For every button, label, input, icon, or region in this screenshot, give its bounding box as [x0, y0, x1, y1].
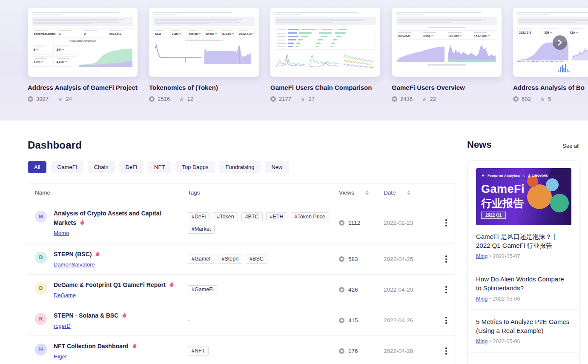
tag-chip[interactable]: #Token	[213, 212, 238, 221]
stars-count: 24	[66, 96, 72, 102]
see-all-link[interactable]: See all	[562, 143, 579, 149]
table-row[interactable]: D DeGame & Footprint Q1 GameFi Report De…	[28, 275, 456, 305]
filter-tabs: All GameFi Chain DeFi NFT Top Dapps Fund…	[28, 161, 456, 173]
dashboard-title-link[interactable]: STEPN - Solana & BSC	[54, 312, 118, 319]
star-icon: ★	[422, 96, 427, 102]
news-author-link[interactable]: Ming	[476, 296, 488, 302]
thumb-line-chart	[275, 52, 306, 70]
featured-card-1[interactable]: decentral-games 3 2 2022-5-2 Users Stats…	[28, 8, 138, 102]
author-link[interactable]: rogerD	[54, 323, 71, 329]
tag-chip[interactable]: #Token Price	[291, 212, 329, 221]
kpi-value: decentral-games	[34, 32, 56, 35]
featured-card-title[interactable]: GameFi Users Chain Comparison	[270, 84, 380, 91]
news-title: News	[467, 139, 491, 150]
featured-card-stats: 2177 ★ 27	[270, 96, 380, 102]
news-item-meta: Ming•2022-05-07	[476, 253, 571, 259]
thumb-note-panel	[32, 17, 133, 26]
dashboard-title-link[interactable]: Analysis of Crypto Assets and Capital Ma…	[54, 210, 161, 226]
table-row[interactable]: D STEPN (BSC) DamonSalvatore #Gamef #Ste…	[28, 244, 456, 275]
news-item[interactable]: 5 Metrics to Analyze P2E Games (Using a …	[468, 310, 579, 353]
tag-chip[interactable]: #BSC	[246, 255, 267, 264]
news-item[interactable]: What Is So Innovative About Crazy	[468, 353, 579, 364]
row-menu-button[interactable]	[444, 346, 449, 356]
tab-new[interactable]: New	[265, 161, 289, 173]
row-menu-button[interactable]	[444, 315, 449, 326]
tab-all[interactable]: All	[28, 161, 46, 173]
dashboard-title-link[interactable]: STEPN (BSC)	[54, 251, 92, 258]
tab-chain[interactable]: Chain	[88, 161, 115, 173]
featured-card-4[interactable]: 2022-5-5 3,351 123,819 7,517,786	[392, 8, 502, 102]
table-row[interactable]: M Analysis of Crypto Assets and Capital …	[28, 202, 456, 244]
news-author-link[interactable]: Ming	[476, 253, 488, 259]
table-row[interactable]: R STEPN - Solana & BSC rogerD - 415 2022…	[28, 305, 456, 336]
tag-chip[interactable]: #NFT	[188, 347, 209, 355]
tag-chip[interactable]: #Stepn	[218, 255, 242, 264]
author-link[interactable]: DamonSalvatore	[54, 261, 95, 268]
news-item-title[interactable]: How Do Alien Worlds Compare to Splinterl…	[476, 275, 571, 292]
tag-chip[interactable]: #Gamef	[188, 255, 214, 264]
views-count: 602	[522, 96, 531, 102]
table-row[interactable]: H NFT Collection Dashboard Higer #NFT 17…	[28, 336, 456, 364]
date-cell: 2022-04-26	[384, 317, 437, 324]
news-author-link[interactable]: Ming	[476, 338, 488, 344]
featured-card-title[interactable]: Address Analysis of Bo	[513, 84, 588, 91]
sort-icon[interactable]	[407, 190, 410, 195]
tab-defi[interactable]: DeFi	[119, 161, 143, 173]
dashboard-title-link[interactable]: NFT Collection Dashboard	[54, 343, 129, 350]
featured-card-title[interactable]: Address Analysis of GameFi Project	[28, 84, 138, 91]
fire-icon	[95, 251, 100, 257]
date-cell: 2022-04-20	[384, 287, 437, 293]
featured-card-5[interactable]: 2022-5-5 359 7.8k 4	[513, 8, 588, 102]
thumb-note-panel	[275, 17, 376, 25]
fire-icon	[169, 282, 174, 287]
tags-cell: #Gamef #Stepn #BSC	[188, 251, 339, 267]
thumb-area-chart	[204, 43, 251, 64]
thumb-line-chart	[153, 43, 201, 64]
news-item-title[interactable]: 5 Metrics to Analyze P2E Games (Using a …	[476, 317, 571, 335]
news-item-title[interactable]: What Is So Innovative About Crazy	[476, 362, 571, 364]
featured-card-3[interactable]: GameFi Users Chain Comparison 2177 ★ 27	[270, 8, 380, 102]
news-item[interactable]: How Do Alien Worlds Compare to Splinterl…	[468, 267, 579, 310]
views-count: 3887	[36, 96, 49, 102]
dashboard-section: Dashboard All GameFi Chain DeFi NFT Top …	[28, 120, 456, 364]
banner-logos: Footprint Analytics X DEGAME	[481, 174, 548, 178]
row-menu-button[interactable]	[444, 284, 449, 295]
tab-fundraising[interactable]: Fundraising	[219, 161, 261, 173]
views-icon	[339, 287, 344, 292]
tab-gamefi[interactable]: GameFi	[51, 161, 83, 173]
row-menu-button[interactable]	[444, 254, 449, 264]
dashboard-thumbnail: SEA 2.8M 895.9k 62.5M 873.0k 2022-4-27	[149, 8, 259, 77]
avatar: M	[35, 211, 47, 223]
news-item-title[interactable]: GameFi 是风口还是泡沫？ | 2022 Q1 GameFi 行业报告	[476, 232, 571, 250]
author-link[interactable]: Higer	[54, 353, 67, 360]
carousel-next-button[interactable]	[553, 35, 567, 50]
featured-card-2[interactable]: SEA 2.8M 895.9k 62.5M 873.0k 2022-4-27	[149, 8, 259, 102]
dashboard-title-link[interactable]: DeGame & Footprint Q1 GameFi Report	[54, 281, 166, 288]
tag-chip[interactable]: #BTC	[241, 212, 263, 221]
tag-chip[interactable]: #GameFi	[188, 285, 217, 294]
author-link[interactable]: DeGame	[54, 292, 76, 298]
tab-nft[interactable]: NFT	[148, 161, 171, 173]
fire-icon	[122, 312, 127, 318]
views-count: 2516	[158, 96, 170, 102]
kpi-value: 2	[84, 32, 106, 35]
tag-chip[interactable]: #ETH	[266, 212, 287, 221]
star-icon: ★	[57, 96, 63, 102]
column-header-views: Views	[339, 189, 384, 196]
avatar: D	[35, 252, 47, 264]
author-link[interactable]: Momo	[54, 230, 69, 236]
tag-chip[interactable]: #DeFi	[188, 212, 209, 221]
row-menu-button[interactable]	[444, 218, 449, 228]
thumb-area-chart	[79, 44, 132, 67]
thumb-section-bar	[185, 40, 223, 41]
tags-empty: -	[188, 317, 189, 324]
news-item-meta: Ming•2022-05-06	[476, 338, 571, 344]
news-banner[interactable]: Footprint Analytics X DEGAME GameFi 行业报告…	[476, 168, 571, 225]
tab-top-dapps[interactable]: Top Dapps	[175, 161, 215, 173]
tag-chip[interactable]: #Market	[188, 225, 215, 234]
news-item[interactable]: Footprint Analytics X DEGAME GameFi 行业报告…	[468, 161, 579, 267]
views-icon	[392, 96, 397, 102]
featured-card-title[interactable]: GameFi Users Overview	[392, 84, 502, 91]
sort-icon[interactable]	[365, 190, 369, 195]
featured-card-title[interactable]: Tokenomics of (Token)	[149, 84, 259, 91]
